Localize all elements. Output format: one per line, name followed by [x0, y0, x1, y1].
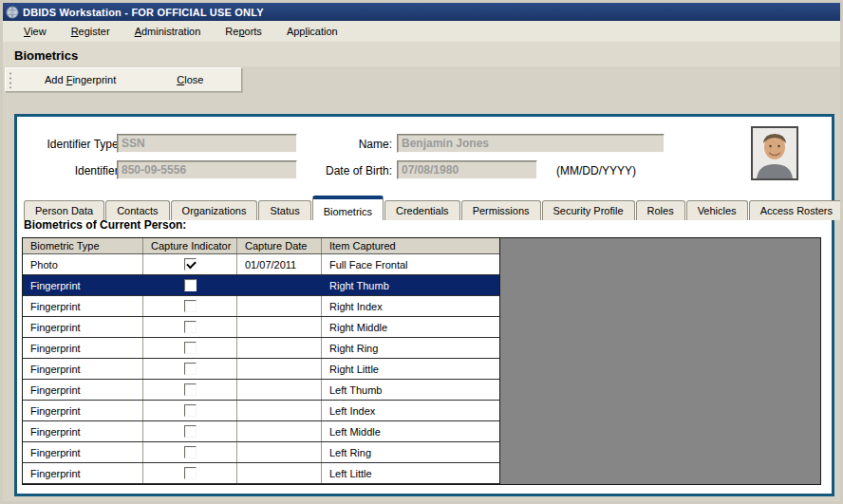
tab-credentials[interactable]: Credentials	[384, 200, 460, 220]
menu-application[interactable]: Application	[275, 23, 349, 40]
identifier-label: Identifier:	[25, 164, 122, 177]
table-row[interactable]: Photo01/07/2011Full Face Frontal	[23, 254, 499, 275]
capture-indicator-checkbox[interactable]	[184, 383, 197, 396]
table-row[interactable]: FingerprintRight Ring	[23, 338, 499, 359]
cell-capture-indicator	[143, 296, 237, 316]
tab-person-data[interactable]: Person Data	[24, 200, 104, 220]
menu-administration[interactable]: Administration	[123, 23, 213, 40]
cell-capture-date	[237, 380, 322, 400]
grid-header-row: Biometric Type Capture Indicator Capture…	[23, 238, 499, 254]
cell-capture-date	[237, 359, 322, 379]
cell-capture-indicator	[143, 254, 237, 274]
capture-indicator-checkbox[interactable]	[184, 425, 197, 438]
tab-security-profile[interactable]: Security Profile	[542, 200, 635, 220]
tab-access-rosters[interactable]: Access Rosters	[749, 200, 843, 220]
capture-indicator-checkbox[interactable]	[184, 446, 197, 458]
cell-biometric-type: Fingerprint	[23, 401, 143, 420]
table-row[interactable]: FingerprintLeft Thumb	[23, 380, 499, 401]
identifier-field[interactable]	[117, 160, 297, 179]
cell-item-captured: Right Index	[322, 296, 499, 316]
name-field[interactable]	[397, 134, 665, 153]
portrait-photo-icon	[753, 128, 796, 178]
tab-organizations[interactable]: Organizations	[171, 200, 258, 220]
capture-indicator-checkbox[interactable]	[184, 363, 197, 375]
capture-indicator-checkbox[interactable]	[184, 300, 197, 312]
cell-item-captured: Left Thumb	[322, 380, 499, 400]
toolbar-grip-handle[interactable]	[9, 71, 12, 88]
toolbar: Add Fingerprint Close	[5, 67, 242, 92]
tab-permissions[interactable]: Permissions	[461, 200, 541, 220]
cell-item-captured: Right Thumb	[322, 275, 499, 295]
person-photo	[751, 126, 798, 180]
table-row[interactable]: FingerprintLeft Little	[23, 463, 499, 484]
tab-biometrics[interactable]: Biometrics	[312, 196, 384, 220]
table-row[interactable]: FingerprintRight Index	[23, 296, 499, 317]
column-header-item-captured[interactable]: Item Captured	[322, 238, 499, 253]
capture-indicator-checkbox[interactable]	[184, 404, 197, 417]
tab-contacts[interactable]: Contacts	[105, 200, 169, 220]
menu-bar: View Register Administration Reports App…	[3, 21, 840, 43]
app-globe-icon	[6, 6, 19, 19]
toolbar-zone: Add Fingerprint Close	[3, 66, 840, 97]
cell-biometric-type: Fingerprint	[23, 442, 143, 462]
table-row[interactable]: FingerprintLeft Index	[23, 401, 499, 421]
cell-item-captured: Left Index	[322, 401, 499, 420]
table-row[interactable]: FingerprintRight Middle	[23, 317, 499, 338]
tab-strip: Person DataContactsOrganizationsStatusBi…	[24, 196, 843, 220]
name-label: Name:	[292, 138, 392, 151]
cell-biometric-type: Fingerprint	[23, 338, 143, 358]
cell-capture-indicator	[143, 317, 237, 337]
cell-capture-indicator	[143, 338, 237, 358]
cell-capture-indicator	[143, 275, 237, 295]
cell-biometric-type: Fingerprint	[23, 380, 143, 400]
add-fingerprint-button[interactable]: Add Fingerprint	[35, 70, 125, 89]
tab-vehicles[interactable]: Vehicles	[686, 200, 748, 220]
cell-capture-date	[237, 296, 322, 316]
column-header-capture-indicator[interactable]: Capture Indicator	[143, 238, 237, 253]
cell-capture-indicator	[143, 421, 237, 441]
table-row[interactable]: FingerprintRight Thumb	[23, 275, 499, 296]
close-button[interactable]: Close	[167, 70, 213, 89]
capture-indicator-checkbox[interactable]	[184, 467, 197, 479]
cell-item-captured: Full Face Frontal	[322, 254, 499, 274]
cell-capture-date	[237, 275, 322, 295]
identifier-type-label: Identifier Type:	[25, 138, 122, 151]
cell-capture-date	[237, 401, 322, 420]
identifier-type-field[interactable]	[117, 134, 297, 153]
cell-capture-indicator	[143, 442, 237, 462]
cell-biometric-type: Fingerprint	[23, 317, 143, 337]
page-title: Biometrics	[3, 43, 840, 66]
cell-capture-date	[237, 463, 322, 483]
table-row[interactable]: FingerprintLeft Ring	[23, 442, 499, 463]
cell-biometric-type: Fingerprint	[23, 421, 143, 441]
cell-capture-date	[237, 442, 322, 462]
column-header-capture-date[interactable]: Capture Date	[237, 238, 322, 253]
cell-item-captured: Left Little	[322, 463, 499, 483]
dob-label: Date of Birth:	[292, 164, 392, 177]
menu-reports[interactable]: Reports	[214, 23, 273, 40]
table-row[interactable]: FingerprintLeft Middle	[23, 421, 499, 442]
tab-roles[interactable]: Roles	[636, 200, 685, 220]
menu-register[interactable]: Register	[60, 23, 122, 40]
grid-table: Biometric Type Capture Indicator Capture…	[23, 238, 499, 484]
cell-item-captured: Right Ring	[322, 338, 499, 358]
capture-indicator-checkbox[interactable]	[184, 321, 197, 333]
tab-status[interactable]: Status	[258, 200, 310, 220]
table-row[interactable]: FingerprintRight Little	[23, 359, 499, 380]
cell-capture-date: 01/07/2011	[237, 254, 322, 274]
dob-field[interactable]	[397, 160, 537, 179]
menu-view[interactable]: View	[12, 23, 58, 40]
cell-biometric-type: Fingerprint	[23, 296, 143, 316]
column-header-biometric-type[interactable]: Biometric Type	[23, 238, 143, 253]
cell-capture-indicator	[143, 380, 237, 400]
cell-capture-date	[237, 317, 322, 337]
cell-biometric-type: Fingerprint	[23, 359, 143, 379]
cell-capture-indicator	[143, 359, 237, 379]
app-window: DBIDS Workstation - FOR OFFICIAL USE ONL…	[0, 0, 843, 504]
capture-indicator-checkbox[interactable]	[184, 258, 197, 271]
cell-item-captured: Left Middle	[322, 421, 499, 441]
capture-indicator-checkbox[interactable]	[184, 342, 197, 354]
cell-item-captured: Left Ring	[322, 442, 499, 462]
cell-item-captured: Right Middle	[322, 317, 499, 337]
capture-indicator-checkbox[interactable]	[184, 279, 197, 291]
